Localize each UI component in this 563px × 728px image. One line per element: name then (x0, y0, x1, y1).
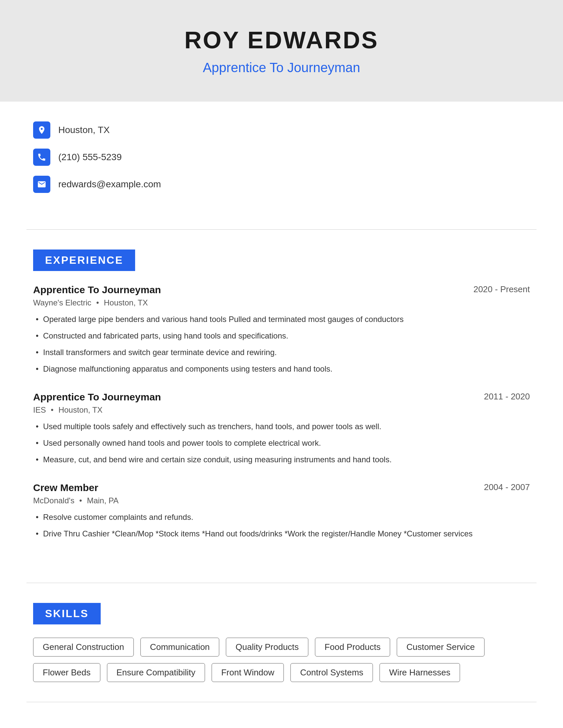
contact-section: Houston, TX (210) 555-5239 redwards@exam… (0, 102, 563, 216)
phone-text: (210) 555-5239 (58, 152, 121, 162)
bullet-1-2: Constructed and fabricated parts, using … (33, 330, 530, 342)
job-dates-2: 2011 - 2020 (484, 391, 530, 402)
skill-tag-8: Control Systems (291, 663, 373, 682)
bullet-3-2: Drive Thru Cashier *Clean/Mop *Stock ite… (33, 528, 530, 540)
skill-tag-5: Flower Beds (33, 663, 100, 682)
bullet-2-2: Used personally owned hand tools and pow… (33, 437, 530, 449)
bullet-2-1: Used multiple tools safely and effective… (33, 421, 530, 432)
experience-divider (26, 583, 537, 583)
job-title-1: Apprentice To Journeyman (33, 284, 161, 296)
skill-tag-4: Customer Service (397, 638, 485, 657)
experience-header: EXPERIENCE (33, 250, 530, 284)
company-location-1: Houston, TX (104, 298, 148, 307)
skill-tag-1: Communication (140, 638, 219, 657)
skill-tag-9: Wire Harnesses (380, 663, 460, 682)
job-header-1: Apprentice To Journeyman 2020 - Present (33, 284, 530, 296)
job-entry-1: Apprentice To Journeyman 2020 - Present … (33, 284, 530, 375)
skills-divider (26, 702, 537, 702)
email-icon (33, 176, 50, 193)
job-company-2: IES • Houston, TX (33, 405, 530, 415)
company-location-3: Main, PA (87, 496, 118, 505)
bullet-1-1: Operated large pipe benders and various … (33, 313, 530, 325)
skills-tags-container: General Construction Communication Quali… (33, 638, 530, 682)
job-bullets-2: Used multiple tools safely and effective… (33, 421, 530, 466)
bullet-1-3: Install transformers and switch gear ter… (33, 346, 530, 358)
company-location-2: Houston, TX (58, 405, 102, 414)
skills-label: SKILLS (33, 603, 101, 624)
job-company-1: Wayne's Electric • Houston, TX (33, 298, 530, 307)
job-entry-3: Crew Member 2004 - 2007 McDonald's • Mai… (33, 482, 530, 540)
job-entry-2: Apprentice To Journeyman 2011 - 2020 IES… (33, 391, 530, 466)
job-dates-3: 2004 - 2007 (484, 482, 530, 492)
candidate-title: Apprentice To Journeyman (13, 60, 550, 75)
experience-label: EXPERIENCE (33, 250, 135, 271)
skills-header: SKILLS (33, 603, 530, 638)
phone-icon (33, 149, 50, 166)
job-company-3: McDonald's • Main, PA (33, 496, 530, 505)
email-text: redwards@example.com (58, 179, 161, 190)
job-bullets-1: Operated large pipe benders and various … (33, 313, 530, 375)
bullet-1-4: Diagnose malfunctioning apparatus and co… (33, 363, 530, 375)
skill-tag-6: Ensure Compatibility (107, 663, 205, 682)
dot-1: • (96, 298, 99, 307)
skill-tag-3: Food Products (315, 638, 390, 657)
job-header-3: Crew Member 2004 - 2007 (33, 482, 530, 493)
contact-divider (26, 229, 537, 230)
bullet-2-3: Measure, cut, and bend wire and certain … (33, 454, 530, 466)
bullet-3-1: Resolve customer complaints and refunds. (33, 511, 530, 523)
job-header-2: Apprentice To Journeyman 2011 - 2020 (33, 391, 530, 403)
job-title-3: Crew Member (33, 482, 98, 493)
phone-item: (210) 555-5239 (33, 149, 530, 166)
company-name-3: McDonald's (33, 496, 74, 505)
email-item: redwards@example.com (33, 176, 530, 193)
location-icon (33, 121, 50, 139)
company-name-2: IES (33, 405, 46, 414)
skill-tag-2: Quality Products (226, 638, 308, 657)
skill-tag-7: Front Window (211, 663, 284, 682)
experience-section: EXPERIENCE Apprentice To Journeyman 2020… (0, 243, 563, 569)
location-item: Houston, TX (33, 121, 530, 139)
job-bullets-3: Resolve customer complaints and refunds.… (33, 511, 530, 540)
skill-tag-0: General Construction (33, 638, 134, 657)
job-dates-1: 2020 - Present (473, 284, 530, 295)
resume-header: ROY EDWARDS Apprentice To Journeyman (0, 0, 563, 102)
company-name-1: Wayne's Electric (33, 298, 91, 307)
dot-2: • (51, 405, 53, 414)
dot-3: • (79, 496, 82, 505)
skills-section: SKILLS General Construction Communicatio… (0, 596, 563, 702)
location-text: Houston, TX (58, 125, 110, 135)
job-title-2: Apprentice To Journeyman (33, 391, 161, 403)
candidate-name: ROY EDWARDS (13, 26, 550, 54)
